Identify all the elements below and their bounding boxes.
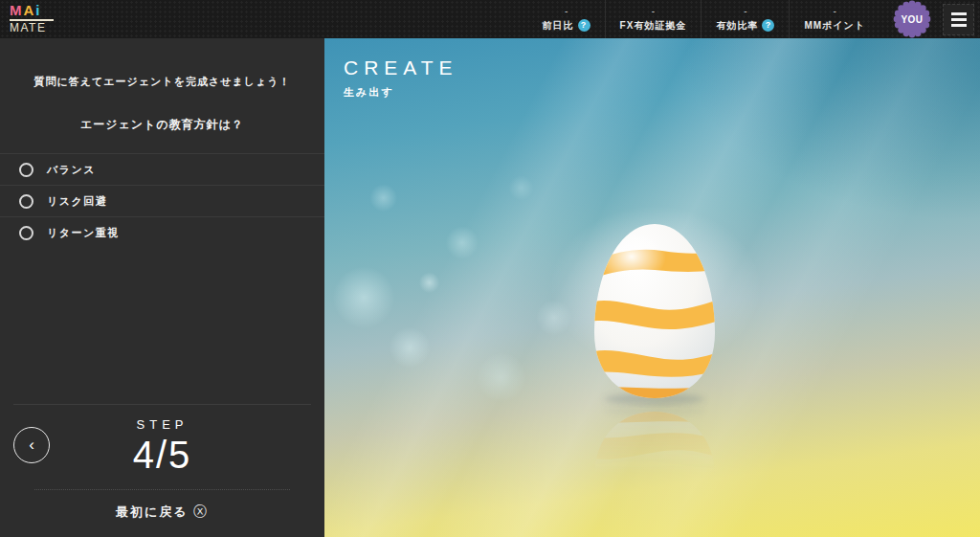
stat-label: MMポイント <box>804 19 865 32</box>
profile-you-badge[interactable]: YOU <box>893 0 931 38</box>
stat-value: - <box>834 7 836 16</box>
stat-effective-ratio: - 有効比率 ? <box>701 0 789 38</box>
app-root: MAi MATE - 前日比 ? - FX有効証拠金 - 有効比率 <box>0 0 980 537</box>
help-icon[interactable]: ? <box>578 19 590 32</box>
radio-icon[interactable] <box>19 226 33 240</box>
logo-line1: MAi <box>10 3 54 21</box>
stat-label: 前日比 ? <box>543 19 590 32</box>
step-footer: ‹ STEP 4/5 最初に戻る ⓧ <box>0 404 324 537</box>
stage-title: CREATE <box>344 56 458 79</box>
sidebar-intro-text: 質問に答えてエージェントを完成させましょう！ <box>0 75 324 89</box>
option-label: リターン重視 <box>47 226 120 240</box>
stat-value: - <box>744 7 746 16</box>
logo-line2: MATE <box>10 21 54 35</box>
radio-icon[interactable] <box>19 163 33 177</box>
restart-link[interactable]: 最初に戻る ⓧ <box>0 490 324 537</box>
option-risk-avoidance[interactable]: リスク回避 <box>0 185 324 216</box>
stat-value: - <box>652 7 655 16</box>
chevron-left-icon: ‹ <box>29 436 34 454</box>
restart-label: 最初に戻る <box>116 504 189 519</box>
circled-x-icon: ⓧ <box>193 503 209 519</box>
stat-label: 有効比率 ? <box>716 19 774 32</box>
stat-mm-points: - MMポイント <box>789 0 880 38</box>
stat-day-change: - 前日比 ? <box>528 0 605 38</box>
back-button[interactable]: ‹ <box>13 427 50 463</box>
question-sidebar: 質問に答えてエージェントを完成させましょう！ エージェントの教育方針は？ バラン… <box>0 38 324 537</box>
agent-egg-image <box>584 218 725 408</box>
stage-subtitle: 生み出す <box>344 85 458 100</box>
step-indicator: ‹ STEP 4/5 <box>0 405 324 485</box>
help-icon[interactable]: ? <box>762 19 774 32</box>
option-balance[interactable]: バランス <box>0 153 324 185</box>
stage-heading: CREATE 生み出す <box>344 56 458 100</box>
answer-options: バランス リスク回避 リターン重視 <box>0 153 324 248</box>
option-return-focused[interactable]: リターン重視 <box>0 216 324 248</box>
question-text: エージェントの教育方針は？ <box>0 117 324 133</box>
radio-icon[interactable] <box>19 194 33 209</box>
step-label: STEP <box>0 417 324 432</box>
stat-label: FX有効証拠金 <box>620 19 687 32</box>
option-label: リスク回避 <box>47 194 107 209</box>
account-stats: - 前日比 ? - FX有効証拠金 - 有効比率 ? - <box>528 0 880 38</box>
mai-mate-logo[interactable]: MAi MATE <box>10 3 54 35</box>
you-badge-label: YOU <box>893 0 931 38</box>
stat-value: - <box>565 7 568 16</box>
option-label: バランス <box>47 163 96 177</box>
stat-fx-margin: - FX有効証拠金 <box>605 0 702 38</box>
hamburger-menu-icon[interactable] <box>943 4 974 35</box>
top-header: MAi MATE - 前日比 ? - FX有効証拠金 - 有効比率 <box>0 0 980 38</box>
egg-illustration <box>584 218 725 408</box>
create-stage: CREATE 生み出す <box>324 38 980 537</box>
